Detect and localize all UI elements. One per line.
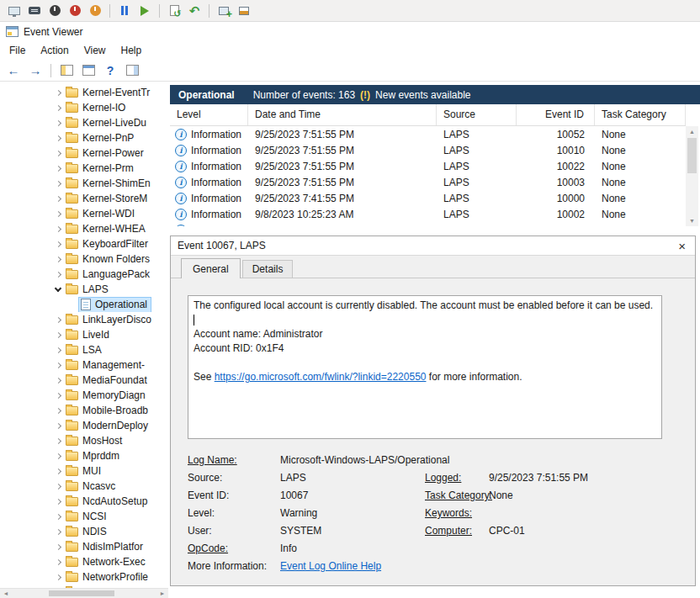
tree-item-moderndeploy[interactable]: ModernDeploy <box>0 418 168 433</box>
tree-item-body[interactable]: Kernel-StoreM <box>64 192 151 206</box>
tree-item-body[interactable]: LAPS <box>64 283 112 297</box>
menu-file[interactable]: File <box>2 42 33 59</box>
tree-item-body[interactable]: LinkLayerDisco <box>64 313 155 327</box>
tree-item-lsa[interactable]: LSA <box>0 342 168 357</box>
collapse-icon[interactable] <box>52 282 64 297</box>
tree-item-keyboardfilter[interactable]: KeyboardFilter <box>0 236 168 251</box>
back-button[interactable]: ← <box>3 61 24 80</box>
expand-icon[interactable] <box>52 448 64 463</box>
console-tree-button[interactable] <box>56 61 77 80</box>
expand-icon[interactable] <box>52 403 64 418</box>
tree-item-body[interactable]: MediaFoundat <box>64 373 151 388</box>
tree-item-kernel-pnp[interactable]: Kernel-PnP <box>0 130 168 146</box>
action-pane-button[interactable] <box>122 61 142 80</box>
expand-icon[interactable] <box>52 539 64 554</box>
tree-item-body[interactable]: Known Folders <box>64 252 153 267</box>
table-row[interactable]: iInformation9/25/2023 7:51:55 PMLAPS1001… <box>170 142 686 158</box>
column-source[interactable]: Source <box>437 104 517 125</box>
event-description[interactable]: The configured local account is currentl… <box>188 295 662 439</box>
events-vertical-scrollbar[interactable]: ▲ ▼ <box>686 126 698 226</box>
tree-item-kernel-wdi[interactable]: Kernel-WDI <box>0 206 168 221</box>
forward-button[interactable]: → <box>25 61 45 80</box>
expand-icon[interactable] <box>52 312 64 327</box>
expand-icon[interactable] <box>52 569 64 585</box>
properties-button[interactable] <box>78 61 98 80</box>
save-button[interactable] <box>86 2 104 20</box>
scroll-left-icon[interactable]: ◄ <box>0 589 12 598</box>
tree-item-body[interactable]: Kernel-WDI <box>64 207 138 221</box>
tree-item-memorydiagn[interactable]: MemoryDiagn <box>0 388 168 403</box>
expand-icon[interactable] <box>52 433 64 448</box>
scroll-up-icon[interactable]: ▲ <box>686 126 698 137</box>
tree-item-kernel-eventtr[interactable]: Kernel-EventTr <box>0 85 168 100</box>
tree-item-body[interactable]: NcdAutoSetup <box>64 495 151 509</box>
tree-item-kernel-storem[interactable]: Kernel-StoreM <box>0 191 168 206</box>
tree-item-body[interactable]: LiveId <box>64 328 113 342</box>
tree-item-body[interactable]: NDIS <box>64 525 110 539</box>
table-row[interactable]: iInformation9/25/2023 7:51:55 PMLAPS1005… <box>170 126 686 142</box>
tree-item-body[interactable]: NetworkProfile <box>64 570 151 585</box>
menu-action[interactable]: Action <box>33 42 76 59</box>
expand-icon[interactable] <box>52 206 64 221</box>
expand-icon[interactable] <box>52 191 64 206</box>
tree-item-kernel-prm[interactable]: Kernel-Prm <box>0 161 168 176</box>
scrollbar-thumb[interactable] <box>687 138 697 173</box>
tree-item-body[interactable]: MUI <box>64 464 104 479</box>
tree-item-body[interactable]: Network-Exec <box>64 555 149 569</box>
tree-item-body[interactable]: Kernel-ShimEn <box>64 177 154 191</box>
tree-item-body[interactable]: Kernel-WHEA <box>64 222 149 236</box>
expand-icon[interactable] <box>52 479 64 494</box>
tree-item-management-[interactable]: Management- <box>0 357 168 373</box>
tree-item-moshost[interactable]: MosHost <box>0 433 168 448</box>
tree-item-body[interactable]: Kernel-PnP <box>64 131 137 146</box>
expand-icon[interactable] <box>52 146 64 161</box>
tree-item-body[interactable]: Management- <box>64 358 148 373</box>
shut-down-button[interactable] <box>66 2 84 20</box>
expand-icon[interactable] <box>52 267 64 282</box>
tree-item-body[interactable]: ModernDeploy <box>64 419 151 433</box>
expand-icon[interactable] <box>52 327 64 342</box>
tree-item-known-folders[interactable]: Known Folders <box>0 251 168 267</box>
tree-item-body[interactable]: MosHost <box>64 434 125 448</box>
expand-icon[interactable] <box>52 418 64 433</box>
help-button[interactable]: ? <box>100 61 120 80</box>
tree-item-body[interactable]: Mprddm <box>64 449 123 463</box>
table-row[interactable]: iInformation9/8/2023 10:25:23 AMLAPS1000… <box>170 206 686 222</box>
expand-icon[interactable] <box>52 176 64 191</box>
start-button[interactable] <box>135 2 154 20</box>
expand-icon[interactable] <box>52 494 64 509</box>
column-date-time[interactable]: Date and Time <box>248 104 437 125</box>
tree-item-ncdautosetup[interactable]: NcdAutoSetup <box>0 494 168 509</box>
expand-icon[interactable] <box>52 342 64 357</box>
scroll-right-icon[interactable]: ► <box>156 589 168 598</box>
expand-icon[interactable] <box>52 251 64 267</box>
tree-item-body[interactable]: Kernel-EventTr <box>64 86 153 100</box>
table-row[interactable]: iInformation9/25/2023 7:41:55 PMLAPS1000… <box>170 190 686 206</box>
tree-item-body[interactable]: KeyboardFilter <box>64 237 151 251</box>
expand-icon[interactable] <box>52 85 64 100</box>
tree-item-body[interactable]: Kernel-Prm <box>64 161 137 176</box>
pause-button[interactable] <box>115 2 134 20</box>
tree-item-networkprofile[interactable]: NetworkProfile <box>0 569 168 585</box>
tree-item-body[interactable]: Kernel-LiveDu <box>64 116 150 130</box>
expand-icon[interactable] <box>52 509 64 524</box>
tree-item-ndis[interactable]: NDIS <box>0 524 168 539</box>
column-task-category[interactable]: Task Category <box>595 104 686 125</box>
expand-icon[interactable] <box>52 524 64 539</box>
scroll-down-icon[interactable]: ▼ <box>686 215 698 226</box>
event-log-online-help-link[interactable]: Event Log Online Help <box>280 560 381 572</box>
tree-item-kernel-whea[interactable]: Kernel-WHEA <box>0 221 168 236</box>
tree-item-kernel-livedu[interactable]: Kernel-LiveDu <box>0 115 168 130</box>
tree-item-network-exec[interactable]: Network-Exec <box>0 554 168 569</box>
tab-details[interactable]: Details <box>242 260 294 278</box>
tree-item-body[interactable]: Kernel-IO <box>64 101 129 115</box>
tree-item-body[interactable]: LSA <box>64 343 105 357</box>
revert-button[interactable]: ↶ <box>185 2 204 20</box>
turn-off-button[interactable] <box>45 2 64 20</box>
close-icon[interactable]: × <box>676 240 688 252</box>
tree-item-mui[interactable]: MUI <box>0 463 168 479</box>
table-row[interactable]: iInformation9/25/2023 7:51:55 PMLAPS1002… <box>170 158 686 174</box>
tree-item-body[interactable]: MemoryDiagn <box>64 389 149 403</box>
tree-item-body[interactable]: Mobile-Broadb <box>64 404 151 418</box>
tree-item-kernel-shimen[interactable]: Kernel-ShimEn <box>0 176 168 191</box>
